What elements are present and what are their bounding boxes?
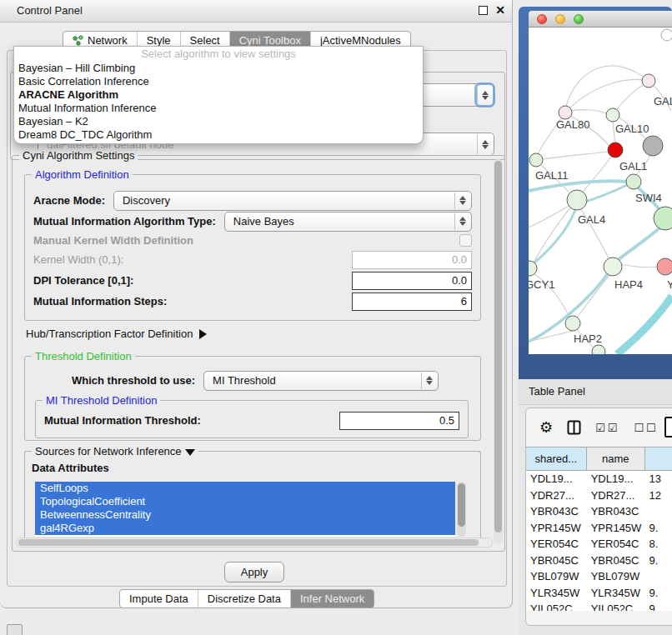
combo-stepper-icon[interactable] — [454, 192, 470, 209]
node-HAP4[interactable] — [604, 258, 622, 276]
node-GAL10[interactable] — [606, 108, 619, 122]
column-header-shared[interactable]: shared... — [526, 448, 587, 470]
algorithm-definition-group: Algorithm Definition Aracne Mode: Discov… — [24, 174, 481, 321]
algorithm-definition-legend: Algorithm Definition — [32, 168, 133, 181]
algorithm-option[interactable]: Bayesian – K2 — [14, 115, 423, 128]
which-threshold-combobox[interactable]: MI Threshold — [203, 371, 439, 391]
apply-button[interactable]: Apply — [224, 562, 284, 582]
node-gal-top[interactable] — [642, 74, 655, 88]
hub-definition-toggle[interactable]: Hub/Transcription Factor Definition — [26, 328, 207, 340]
attributes-vertical-scrollbar[interactable] — [457, 482, 466, 537]
table-row[interactable]: YPR145W YPR145W 9. — [526, 520, 672, 537]
columns-icon[interactable] — [567, 420, 581, 435]
attribute-item[interactable]: BetweennessCentrality — [35, 508, 455, 522]
dpi-tolerance-label: DPI Tolerance [0,1]: — [33, 274, 133, 287]
gear-icon[interactable]: ⚙ — [539, 420, 553, 435]
node-label: GAL — [654, 95, 672, 108]
close-traffic-light-icon[interactable] — [537, 14, 547, 24]
node-gray[interactable] — [643, 136, 663, 156]
chevron-right-icon — [199, 329, 207, 339]
minimize-traffic-light-icon[interactable] — [555, 14, 565, 24]
table-row[interactable]: YDR27... YDR27... 12 — [526, 488, 672, 504]
hub-definition-label: Hub/Transcription Factor Definition — [26, 328, 193, 340]
cyni-settings-legend: Cyni Algorithm Settings — [19, 149, 138, 162]
aracne-mode-combobox[interactable]: Discovery — [113, 191, 472, 211]
mi-type-label: Mutual Information Algorithm Type: — [33, 215, 216, 228]
tab-impute-data[interactable]: Impute Data — [120, 590, 198, 608]
deselect-all-checkboxes-icon[interactable]: ☐☐ — [634, 422, 658, 434]
node-label: HAP4 — [614, 278, 643, 291]
bottom-tabbar: Impute Data Discretize Data Infer Networ… — [119, 589, 374, 608]
node-bottom[interactable] — [592, 345, 605, 354]
tab-infer-network[interactable]: Infer Network — [290, 590, 374, 608]
zoom-traffic-light-icon[interactable] — [574, 14, 584, 24]
document-icon[interactable] — [664, 417, 672, 438]
data-attributes-list: SelfLoops TopologicalCoefficient Between… — [35, 482, 455, 537]
node-GAL4[interactable] — [567, 190, 587, 210]
table-row[interactable]: YBR045C YBR045C 9. — [526, 552, 672, 569]
close-icon[interactable]: ✕ — [495, 4, 505, 16]
settings-vertical-scrollbar[interactable] — [494, 159, 503, 544]
node-partial[interactable] — [661, 29, 672, 41]
control-panel-titlebar: Control Panel ✕ — [0, 0, 512, 22]
control-panel-window: Control Panel ✕ Network Style — [0, 0, 513, 608]
table-row[interactable]: YER054C YER054C 8. — [526, 536, 672, 552]
attribute-item[interactable]: SelfLoops — [35, 482, 455, 495]
node-label: GAL80 — [556, 118, 589, 131]
table-row[interactable]: YBL079W YBL079W — [526, 568, 672, 585]
node-big-green[interactable] — [654, 207, 672, 230]
network-canvas[interactable]: GAL GAL80 GAL10 GAL1 GAL11 SWI4 GAL4 GCY… — [529, 28, 672, 354]
combo-stepper-icon[interactable] — [454, 213, 470, 230]
node-table: shared... name YDL19... YDL19... 13 YDR2… — [526, 447, 672, 611]
algorithm-option[interactable]: Bayesian – Hill Climbing — [14, 62, 423, 75]
network-edges — [529, 66, 672, 354]
which-threshold-label: Which threshold to use: — [72, 374, 195, 387]
combo-stepper-icon[interactable] — [477, 85, 493, 105]
node-GAL11[interactable] — [529, 153, 543, 167]
float-window-icon[interactable] — [479, 6, 488, 15]
kernel-width-field[interactable]: 0.0 — [352, 251, 472, 269]
algorithm-option[interactable]: Mutual Information Inference — [14, 102, 423, 115]
select-all-checkboxes-icon[interactable]: ☑☑ — [595, 422, 619, 434]
sources-group: Sources for Network Inference Data Attri… — [24, 451, 481, 538]
table-row[interactable]: YIL052C YIL052C 9 — [526, 601, 672, 611]
node-label: GCY1 — [529, 278, 554, 291]
mi-threshold-field[interactable]: 0.5 — [339, 412, 459, 430]
attribute-item[interactable]: gal4RGexp — [35, 522, 455, 535]
table-row[interactable]: YLR345W YLR345W 9. — [526, 585, 672, 602]
manual-kernel-label: Manual Kernel Width Definition — [33, 234, 193, 247]
tab-discretize-data[interactable]: Discretize Data — [198, 590, 290, 608]
column-header-partial[interactable] — [645, 448, 672, 470]
node-salmon[interactable] — [657, 258, 672, 275]
mi-steps-field[interactable]: 6 — [352, 292, 472, 311]
node-GAL1[interactable] — [608, 142, 623, 158]
table-body: YDL19... YDL19... 13 YDR27... YDR27... 1… — [526, 471, 672, 611]
manual-kernel-checkbox[interactable] — [459, 234, 472, 247]
dpi-tolerance-field[interactable]: 0.0 — [352, 272, 472, 290]
algorithm-option[interactable]: Dream8 DC_TDC Algorithm — [14, 128, 423, 142]
mi-threshold-group: MI Threshold Definition Mutual Informati… — [35, 400, 469, 438]
attribute-item[interactable]: TopologicalCoefficient — [35, 495, 455, 508]
column-header-name[interactable]: name — [587, 448, 645, 470]
node-GAL80[interactable] — [559, 106, 572, 119]
algorithm-popup-hint: Select algorithm to view settings — [14, 47, 423, 62]
table-row[interactable]: YDL19... YDL19... 13 — [526, 471, 672, 488]
mi-steps-label: Mutual Information Steps: — [33, 295, 167, 308]
node-HAP2[interactable] — [565, 316, 580, 331]
combo-stepper-icon[interactable] — [477, 134, 493, 154]
network-window-titlebar[interactable] — [529, 11, 672, 28]
combo-stepper-icon[interactable] — [421, 372, 437, 389]
table-row[interactable]: YBR043C YBR043C — [526, 503, 672, 520]
minimized-panel-icon[interactable] — [7, 624, 23, 635]
threshold-definition-legend: Threshold Definition — [32, 350, 135, 362]
algorithm-option-selected[interactable]: ARACNE Algorithm — [14, 88, 423, 102]
aracne-mode-label: Aracne Mode: — [33, 194, 105, 207]
table-toolbar: ⚙ ☑☑ ☐☐ — [526, 408, 672, 447]
chevron-down-icon[interactable] — [185, 449, 195, 456]
settings-horizontal-scrollbar[interactable] — [16, 538, 493, 548]
node-SWI4[interactable] — [626, 174, 641, 189]
table-panel-title: Table Panel — [519, 379, 672, 405]
threshold-definition-group: Threshold Definition Which threshold to … — [24, 356, 481, 441]
algorithm-option[interactable]: Basic Correlation Inference — [14, 75, 423, 88]
mi-type-combobox[interactable]: Naive Bayes — [224, 212, 472, 232]
